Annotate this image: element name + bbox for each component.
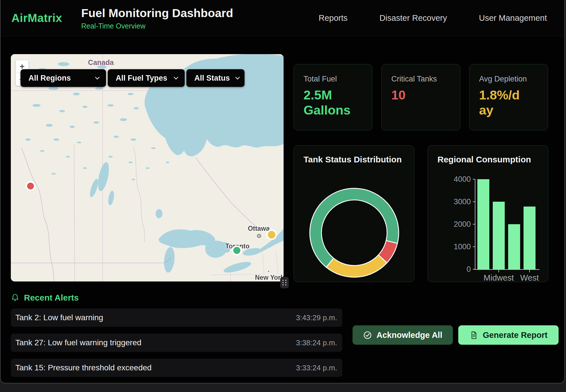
y-axis-tick-mark bbox=[473, 201, 475, 202]
stat-value: 10 bbox=[391, 87, 451, 103]
y-axis-tick-mark bbox=[473, 269, 475, 270]
map-viewport: Canada Ottawa Toronto New York bbox=[11, 54, 284, 281]
alert-time: 3:33:24 p.m. bbox=[296, 364, 337, 372]
y-axis-tick-mark bbox=[473, 179, 475, 179]
stat-card-critical-tanks: Critical Tanks 10 bbox=[381, 64, 460, 130]
chevron-down-icon bbox=[235, 77, 240, 80]
header: AirMatrix Fuel Monitoring Dashboard Real… bbox=[1, 0, 564, 36]
check-circle-icon bbox=[363, 331, 372, 340]
stat-value: 1.8%/day bbox=[479, 87, 524, 118]
x-axis-tick-mark bbox=[498, 270, 499, 272]
alert-text: Tank 15: Pressure threshold exceeded bbox=[15, 363, 152, 372]
map-panel: Canada Ottawa Toronto New York + bbox=[11, 54, 284, 281]
drag-handle-icon[interactable] bbox=[280, 277, 289, 288]
nav-item-reports[interactable]: Reports bbox=[319, 13, 348, 23]
document-icon bbox=[469, 331, 478, 340]
x-axis-tick-label: West bbox=[520, 273, 539, 283]
page-title: Fuel Monitoring Dashboard bbox=[81, 7, 233, 20]
stat-card-avg-depletion: Avg Depletion 1.8%/day bbox=[469, 64, 548, 130]
main-nav: Reports Disaster Recovery User Managemen… bbox=[319, 0, 547, 36]
bar-midwest bbox=[493, 202, 505, 269]
y-axis-tick-mark bbox=[473, 246, 475, 247]
title-block: Fuel Monitoring Dashboard Real-Time Over… bbox=[81, 7, 233, 30]
stat-value: 2.5M Gallons bbox=[304, 87, 363, 118]
y-axis-tick-label: 4000 bbox=[454, 175, 471, 184]
alert-row: Tank 15: Pressure threshold exceeded 3:3… bbox=[11, 359, 342, 377]
y-axis-tick-mark bbox=[473, 224, 475, 224]
regional-consumption-card: Regional Consumption 01000200030004000Mi… bbox=[427, 145, 548, 282]
stat-label: Avg Depletion bbox=[479, 75, 548, 83]
status-filter-dropdown[interactable]: All Status bbox=[186, 69, 245, 87]
stat-card-total-fuel: Total Fuel 2.5M Gallons bbox=[294, 64, 372, 130]
acknowledge-all-label: Acknowledge All bbox=[376, 330, 442, 340]
acknowledge-all-button[interactable]: Acknowledge All bbox=[353, 325, 453, 345]
regional-consumption-title: Regional Consumption bbox=[437, 155, 531, 164]
page-subtitle: Real-Time Overview bbox=[81, 22, 233, 30]
alert-row: Tank 27: Low fuel warning triggered 3:38… bbox=[11, 334, 342, 352]
tank-status-card: Tank Status Distribution bbox=[294, 145, 414, 282]
donut-segment-warning bbox=[326, 255, 387, 277]
city-label-ottawa: Ottawa bbox=[248, 225, 270, 232]
tank-marker-warning[interactable] bbox=[267, 230, 276, 239]
brand-logo[interactable]: AirMatrix bbox=[11, 0, 62, 36]
status-filter-value: All Status bbox=[194, 74, 230, 83]
y-axis-tick-label: 1000 bbox=[454, 242, 471, 251]
stat-label: Total Fuel bbox=[304, 75, 372, 83]
bar-series-2 bbox=[508, 224, 520, 269]
bar-west bbox=[524, 207, 536, 269]
stat-label: Critical Tanks bbox=[391, 75, 460, 83]
tank-status-donut-chart bbox=[306, 184, 403, 281]
fuel-type-filter-value: All Fuel Types bbox=[116, 74, 167, 83]
x-axis-tick-mark bbox=[529, 270, 530, 272]
generate-report-button[interactable]: Generate Report bbox=[458, 325, 559, 345]
nav-item-user-management[interactable]: User Management bbox=[479, 13, 547, 23]
regional-consumption-bar-chart: 01000200030004000MidwestWest bbox=[475, 179, 539, 270]
alert-text: Tank 27: Low fuel warning triggered bbox=[15, 338, 141, 347]
bar-series-0 bbox=[477, 179, 489, 269]
tank-status-title: Tank Status Distribution bbox=[304, 155, 402, 164]
fuel-monitoring-dashboard: AirMatrix Fuel Monitoring Dashboard Real… bbox=[0, 0, 566, 392]
bell-icon bbox=[11, 293, 19, 302]
map-filters: All Regions All Fuel Types All Status bbox=[21, 69, 245, 87]
region-filter-dropdown[interactable]: All Regions bbox=[21, 69, 106, 87]
new-york-city-dot bbox=[268, 271, 269, 272]
chevron-down-icon bbox=[95, 77, 100, 80]
alert-time: 3:38:24 p.m. bbox=[296, 338, 337, 347]
region-filter-value: All Regions bbox=[28, 74, 71, 83]
alerts-header: Recent Alerts bbox=[11, 293, 79, 303]
alerts-title: Recent Alerts bbox=[24, 293, 79, 303]
city-label-new-york: New York bbox=[255, 274, 284, 281]
alert-time: 3:43:29 p.m. bbox=[296, 313, 337, 322]
ottawa-city-dot bbox=[258, 235, 260, 236]
y-axis-tick-label: 0 bbox=[467, 265, 471, 274]
tank-marker-critical[interactable] bbox=[27, 182, 35, 190]
alert-text: Tank 2: Low fuel warning bbox=[15, 313, 103, 322]
x-axis-tick-label: Midwest bbox=[484, 273, 514, 283]
generate-report-label: Generate Report bbox=[483, 330, 547, 340]
nav-item-disaster-recovery[interactable]: Disaster Recovery bbox=[380, 13, 447, 23]
map-canvas[interactable]: Canada Ottawa Toronto New York bbox=[11, 54, 284, 281]
tank-marker-normal[interactable] bbox=[233, 246, 241, 255]
y-axis-tick-label: 3000 bbox=[454, 197, 471, 206]
chevron-down-icon bbox=[174, 77, 178, 80]
app-window: AirMatrix Fuel Monitoring Dashboard Real… bbox=[0, 0, 565, 383]
y-axis-tick-label: 2000 bbox=[454, 220, 471, 229]
alert-row: Tank 2: Low fuel warning 3:43:29 p.m. bbox=[11, 309, 342, 327]
fuel-type-filter-dropdown[interactable]: All Fuel Types bbox=[108, 69, 185, 87]
country-label: Canada bbox=[88, 58, 114, 66]
